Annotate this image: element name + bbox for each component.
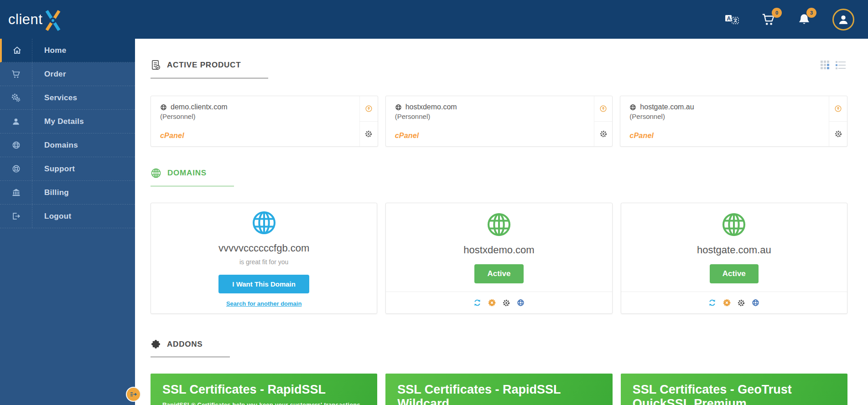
sidebar-item-home[interactable]: Home [0,39,135,62]
section-title: ACTIVE PRODUCT [167,61,241,70]
domain-card-active: hostgate.com.au Active [621,203,847,314]
sidebar-item-label: Logout [32,205,71,228]
sidebar-item-billing[interactable]: Billing [0,181,135,205]
product-card-actions [359,96,378,146]
product-card: demo.clientx.com (Personnel) cPanel [151,96,378,147]
suggested-domain-name: vvvvvccccccfgb.com [218,242,309,254]
sync-icon [708,299,716,307]
notifications-button[interactable]: 3 [798,13,811,26]
globe-icon [721,211,747,238]
topbar: client A 0 [0,0,868,39]
sidebar-item-label: Domains [32,133,78,157]
upgrade-button[interactable] [360,96,378,122]
product-plan: (Personnel) [629,113,821,120]
product-card-main: demo.clientx.com (Personnel) cPanel [151,96,359,146]
sidebar-item-domains[interactable]: Domains [0,133,135,157]
globe-icon [0,133,32,157]
translate-icon[interactable]: A [725,14,739,26]
circle-up-arrow-icon [599,105,607,113]
addon-title: SSL Certificates - RapidSSL Wildcard [397,383,600,405]
globe-icon [629,104,636,111]
suggested-domain-subtitle: is great fit for you [239,258,288,266]
manage-button[interactable] [738,299,745,307]
logout-icon [0,205,32,228]
product-card-main: hostxdemo.com (Personnel) cPanel [386,96,594,146]
topbar-actions: A 0 3 [725,9,854,31]
renew-button[interactable] [473,299,481,307]
sync-icon [473,299,481,307]
sidebar-item-services[interactable]: Services [0,86,135,110]
cart-badge: 0 [772,8,782,18]
globe-icon [160,104,167,111]
puzzle-icon [151,339,161,349]
manage-button[interactable] [503,299,510,307]
clipboard-check-icon [151,59,161,71]
gears-icon [0,86,32,109]
gear-icon [365,130,372,138]
domain-status-badge[interactable]: Active [474,264,523,283]
sidebar-item-label: Support [32,157,75,180]
cancel-button[interactable] [723,299,731,307]
brand-logo[interactable]: client [8,5,66,34]
section-header-active-product: ACTIVE PRODUCT [151,59,268,78]
domain-name: hostgate.com.au [697,244,771,256]
list-view-icon[interactable] [836,61,846,70]
product-plan: (Personnel) [395,113,586,120]
globe-icon [752,299,759,307]
cart-button[interactable]: 0 [761,13,776,26]
user-avatar[interactable] [832,9,854,31]
domain-card-footer [386,292,612,313]
sidebar-item-my-details[interactable]: My Details [0,110,135,133]
sidebar-item-order[interactable]: Order [0,62,135,86]
home-icon [2,39,32,62]
product-domain: hostgate.com.au [640,103,694,111]
globe-icon [517,299,525,307]
sidebar-item-label: Home [32,39,66,62]
view-toggles [821,61,846,70]
addon-card[interactable]: SSL Certificates - RapidSSL Wildcard Rap… [385,374,612,405]
sidebar-item-logout[interactable]: Logout [0,205,135,228]
section-header-domains: DOMAINS [151,168,234,186]
lifering-icon [0,157,32,180]
section-title: ADDONS [167,340,203,349]
gear-icon [738,299,745,307]
addon-card[interactable]: SSL Certificates - GeoTrust QuickSSL Pre… [621,374,847,405]
domain-name: hostxdemo.com [463,244,534,256]
addon-card[interactable]: SSL Certificates - RapidSSL RapidSSL® Ce… [151,374,377,405]
nameservers-button[interactable] [517,299,525,307]
search-another-domain-link[interactable]: Search for another domain [226,300,301,307]
arrow-right-icon [130,390,137,398]
addon-cards: SSL Certificates - RapidSSL RapidSSL® Ce… [151,374,847,405]
sidebar: Home Order Services [0,39,135,405]
nameservers-button[interactable] [752,299,759,307]
gear-icon [503,299,510,307]
user-icon [837,14,849,26]
sidebar-item-label: Billing [32,181,69,204]
brand-text: client [8,11,42,28]
settings-button[interactable] [360,122,378,147]
svg-text:A: A [727,15,731,21]
cart-icon [0,62,32,86]
product-card: hostxdemo.com (Personnel) cPanel [385,96,613,147]
settings-button[interactable] [829,122,847,147]
upgrade-button[interactable] [594,96,612,122]
upgrade-button[interactable] [829,96,847,122]
sidebar-item-label: Services [32,86,77,109]
section-title: DOMAINS [167,169,207,178]
cancel-circle-icon [723,299,731,307]
sidebar-item-support[interactable]: Support [0,157,135,181]
product-plan: (Personnel) [160,113,351,120]
gear-icon [835,130,842,138]
grid-view-icon[interactable] [821,61,830,70]
renew-button[interactable] [708,299,716,307]
sidebar-collapse-button[interactable] [126,387,141,402]
want-this-domain-button[interactable]: I Want This Domain [218,275,309,293]
globe-icon [151,168,161,179]
circle-up-arrow-icon [365,105,373,113]
cpanel-logo: cPanel [160,132,351,140]
domain-card-active: hostxdemo.com Active [385,203,612,314]
sidebar-item-label: My Details [32,110,84,133]
settings-button[interactable] [594,122,612,147]
domain-status-badge[interactable]: Active [710,264,759,283]
cancel-button[interactable] [488,299,496,307]
